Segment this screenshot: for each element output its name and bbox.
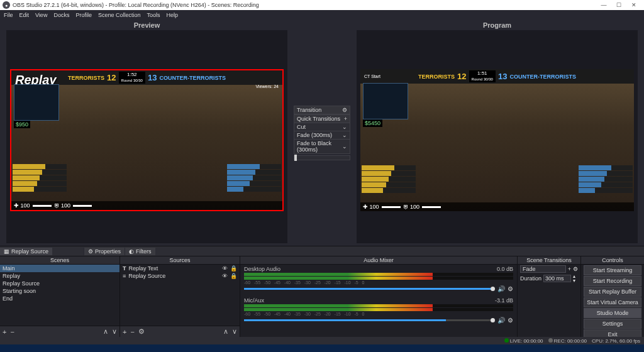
control-button-start-streaming[interactable]: Start Streaming: [584, 265, 641, 275]
menu-scene-collection[interactable]: Scene Collection: [98, 12, 141, 18]
control-button-settings[interactable]: Settings: [584, 319, 641, 329]
cpu-status: CPU: 2.7%, 60.00 fps: [592, 338, 640, 344]
sources-dock: Sources TReplay Text👁🔒≡Replay Source👁🔒 +…: [120, 256, 240, 337]
menubar: File Edit View Docks Profile Scene Colle…: [0, 10, 644, 20]
remove-source-button[interactable]: −: [130, 328, 134, 336]
source-type-icon: ≡: [123, 273, 126, 279]
source-item[interactable]: ≡Replay Source👁🔒: [120, 272, 240, 280]
minimap: [363, 83, 408, 119]
source-down-button[interactable]: ∨: [232, 327, 237, 336]
chevron-down-icon: ⌄: [342, 132, 347, 138]
menu-profile[interactable]: Profile: [75, 12, 92, 18]
speaker-icon[interactable]: 🔊: [497, 317, 505, 324]
properties-button[interactable]: ⚙Properties: [84, 248, 125, 255]
plus-icon[interactable]: +: [568, 266, 571, 272]
scene-item[interactable]: Replay Source: [0, 280, 119, 287]
volume-slider[interactable]: [244, 319, 491, 321]
transition-button[interactable]: Transition ⚙: [294, 106, 350, 114]
video-icon: ▦: [4, 248, 9, 255]
qt-fade[interactable]: Fade (300ms)⌄: [294, 131, 350, 140]
remove-scene-button[interactable]: −: [10, 328, 14, 336]
window-title: OBS Studio 27.2.1 (64-bit, windows) - Pr…: [13, 2, 259, 8]
control-button-start-virtual-camera[interactable]: Start Virtual Camera: [584, 297, 641, 307]
source-settings-button[interactable]: ⚙: [138, 327, 145, 336]
preview-canvas[interactable]: TERRORISTS 12 1:52Round 30/30 13 COUNTER…: [6, 30, 287, 243]
preview-label: Preview: [134, 21, 160, 29]
transition-select[interactable]: Fade: [520, 265, 566, 273]
speaker-icon[interactable]: 🔊: [497, 285, 505, 292]
menu-file[interactable]: File: [4, 12, 13, 18]
gear-icon[interactable]: ⚙: [508, 285, 513, 292]
audio-channel: Mic/Aux-3.1 dB-60 -55 -50 -45 -40 -35 -3…: [240, 296, 517, 327]
rec-dot-icon: [548, 338, 553, 343]
chevron-down-icon: ⌄: [342, 143, 347, 150]
audio-channel: Desktop Audio0.0 dB-60 -55 -50 -45 -40 -…: [240, 265, 517, 296]
menu-view[interactable]: View: [35, 12, 47, 18]
scene-item[interactable]: Replay: [0, 272, 119, 280]
minimize-button[interactable]: —: [596, 2, 611, 8]
t-label: TERRORISTS: [68, 75, 104, 81]
source-item[interactable]: TReplay Text👁🔒: [120, 265, 240, 272]
ct-score: 13: [148, 73, 157, 82]
qt-cut[interactable]: Cut⌄: [294, 123, 350, 131]
chevron-down-icon: ⌄: [342, 124, 347, 130]
audio-mixer-dock: Audio Mixer Desktop Audio0.0 dB-60 -55 -…: [240, 256, 518, 337]
scoreboard-ct: [227, 164, 281, 192]
close-button[interactable]: ✕: [626, 2, 641, 8]
menu-tools[interactable]: Tools: [147, 12, 160, 18]
scene-item[interactable]: Starting soon: [0, 287, 119, 295]
gear-icon: ⚙: [88, 248, 93, 255]
control-button-start-replay-buffer[interactable]: Start Replay Buffer: [584, 287, 641, 297]
stepper-icon[interactable]: ▴▾: [573, 274, 575, 283]
gear-icon[interactable]: ⚙: [508, 317, 513, 324]
add-scene-button[interactable]: +: [3, 328, 6, 336]
plus-icon[interactable]: +: [344, 116, 347, 122]
scene-down-button[interactable]: ∨: [112, 327, 117, 336]
app-logo: ●: [3, 1, 10, 9]
minimap: [14, 84, 59, 121]
qt-fadeblack[interactable]: Fade to Black (300ms)⌄: [294, 140, 350, 154]
money-right: $5450: [363, 119, 382, 127]
program-label: Program: [483, 21, 511, 29]
eye-icon[interactable]: 👁: [222, 273, 228, 279]
scoreboard-t: [13, 164, 67, 192]
scene-transitions-dock: Scene Transitions Fade + ⚙ Duration ▴▾: [518, 256, 581, 337]
filters-button[interactable]: ◐Filters: [125, 248, 155, 255]
source-up-button[interactable]: ∧: [223, 327, 228, 336]
lock-icon[interactable]: 🔒: [230, 273, 237, 279]
live-dot-icon: [504, 338, 509, 343]
ct-label: COUNTER-TERRORISTS: [159, 75, 226, 81]
gear-icon[interactable]: ⚙: [573, 266, 578, 272]
transition-duration-input[interactable]: [543, 275, 571, 282]
eye-icon[interactable]: 👁: [222, 265, 228, 272]
source-type-icon: T: [123, 265, 126, 272]
filter-icon: ◐: [129, 248, 134, 255]
selected-source-chip[interactable]: ▦Replay Source: [0, 248, 52, 255]
money-left: $950: [14, 121, 30, 128]
volume-slider[interactable]: [244, 288, 491, 290]
add-source-button[interactable]: +: [123, 328, 126, 336]
quick-transitions-header: Quick Transitions +: [294, 114, 350, 123]
lock-icon[interactable]: 🔒: [230, 265, 237, 272]
program-canvas[interactable]: CT Start TERRORISTS 12 1:51Round 30/30 1…: [357, 30, 638, 243]
t-score: 12: [107, 73, 116, 82]
menu-docks[interactable]: Docks: [53, 12, 69, 18]
controls-dock: Controls Start StreamingStart RecordingS…: [581, 256, 644, 337]
control-button-studio-mode[interactable]: Studio Mode: [584, 308, 641, 318]
scene-up-button[interactable]: ∧: [103, 327, 108, 336]
scenes-dock: Scenes MainReplayReplay SourceStarting s…: [0, 256, 120, 337]
scene-item[interactable]: End: [0, 295, 119, 302]
scene-item[interactable]: Main: [0, 265, 119, 272]
transition-slider[interactable]: [294, 155, 350, 160]
control-button-start-recording[interactable]: Start Recording: [584, 276, 641, 286]
menu-help[interactable]: Help: [166, 12, 178, 18]
gear-icon[interactable]: ⚙: [342, 107, 347, 113]
control-button-exit[interactable]: Exit: [584, 329, 641, 337]
menu-edit[interactable]: Edit: [19, 12, 30, 18]
maximize-button[interactable]: ☐: [611, 2, 626, 8]
